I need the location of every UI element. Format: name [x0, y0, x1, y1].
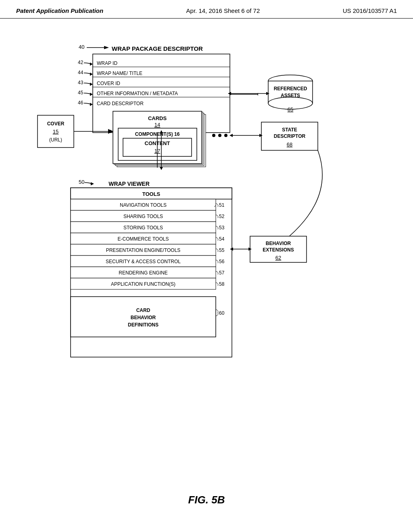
- header-right: US 2016/103577 A1: [343, 7, 397, 14]
- svg-text:40: 40: [79, 44, 84, 50]
- header-left: Patent Application Publication: [16, 7, 103, 14]
- svg-text:WRAP VIEWER: WRAP VIEWER: [108, 181, 150, 187]
- svg-text:58: 58: [219, 281, 225, 287]
- svg-text:PRESENTATION ENGINE/TOOLS: PRESENTATION ENGINE/TOOLS: [106, 247, 181, 253]
- svg-text:APPLICATION FUNCTION(S): APPLICATION FUNCTION(S): [111, 281, 175, 287]
- svg-text:DESCRIPTOR: DESCRIPTOR: [274, 133, 306, 139]
- svg-text:52: 52: [219, 214, 225, 219]
- svg-text:43: 43: [78, 80, 83, 85]
- svg-text:60: 60: [219, 310, 225, 316]
- svg-text:SHARING TOOLS: SHARING TOOLS: [123, 214, 163, 219]
- svg-text:STORING TOOLS: STORING TOOLS: [123, 225, 163, 231]
- svg-text:BEHAVIOR: BEHAVIOR: [266, 241, 291, 246]
- svg-text:44: 44: [78, 70, 83, 75]
- svg-text:TOOLS: TOOLS: [142, 191, 161, 197]
- svg-text:15: 15: [53, 129, 58, 135]
- svg-text:46: 46: [78, 100, 83, 106]
- svg-text:WRAP ID: WRAP ID: [97, 60, 117, 66]
- svg-text:57: 57: [219, 270, 225, 276]
- svg-text:CARDS: CARDS: [148, 115, 167, 121]
- svg-text:14: 14: [154, 122, 160, 128]
- svg-text:56: 56: [219, 259, 225, 264]
- svg-text:BEHAVIOR: BEHAVIOR: [131, 315, 156, 320]
- svg-text:CARD DESCRIPTOR: CARD DESCRIPTOR: [97, 101, 144, 106]
- svg-text:DEFINITIONS: DEFINITIONS: [128, 322, 159, 328]
- svg-text:NAVIGATION TOOLS: NAVIGATION TOOLS: [120, 202, 167, 208]
- fig-label: FIG. 5B: [188, 494, 225, 506]
- svg-point-39: [212, 134, 215, 137]
- svg-text:E-COMMERCE TOOLS: E-COMMERCE TOOLS: [118, 236, 169, 242]
- svg-point-41: [224, 134, 227, 137]
- svg-text:STATE: STATE: [282, 127, 297, 133]
- svg-text:WRAP NAME/ TITLE: WRAP NAME/ TITLE: [97, 71, 142, 76]
- svg-marker-48: [229, 134, 233, 137]
- svg-text:68: 68: [287, 141, 292, 148]
- svg-text:42: 42: [78, 60, 83, 65]
- svg-text:WRAP PACKAGE DESCRIPTOR: WRAP PACKAGE DESCRIPTOR: [112, 45, 203, 52]
- svg-text:53: 53: [219, 225, 225, 231]
- svg-text:54: 54: [219, 236, 225, 242]
- svg-text:ASSETS: ASSETS: [281, 93, 300, 98]
- svg-text:EXTENSIONS: EXTENSIONS: [263, 247, 294, 253]
- svg-text:51: 51: [219, 202, 225, 208]
- svg-text:55: 55: [219, 247, 225, 253]
- svg-text:(URL): (URL): [49, 137, 62, 143]
- svg-text:CARD: CARD: [136, 308, 150, 313]
- svg-text:REFERENCED: REFERENCED: [274, 86, 307, 91]
- svg-text:SECURITY & ACCESS CONTROL: SECURITY & ACCESS CONTROL: [106, 259, 181, 264]
- diagram-area: WRAP PACKAGE DESCRIPTOR 40 42 WRAP ID 44…: [0, 19, 413, 518]
- header-center: Apr. 14, 2016 Sheet 6 of 72: [186, 7, 260, 14]
- svg-text:COVER: COVER: [47, 121, 65, 127]
- svg-text:RENDERING ENGINE: RENDERING ENGINE: [119, 270, 167, 276]
- svg-text:OTHER INFORMATION / METADATA: OTHER INFORMATION / METADATA: [97, 91, 178, 96]
- svg-text:62: 62: [275, 255, 281, 261]
- svg-text:45: 45: [78, 90, 83, 96]
- page-header: Patent Application Publication Apr. 14, …: [0, 0, 413, 19]
- svg-text:50: 50: [79, 179, 84, 185]
- svg-marker-58: [160, 167, 163, 170]
- svg-marker-61: [91, 182, 94, 185]
- svg-point-40: [218, 134, 221, 137]
- svg-text:65: 65: [288, 106, 293, 112]
- svg-text:COVER ID: COVER ID: [97, 81, 120, 86]
- diagram-svg: WRAP PACKAGE DESCRIPTOR 40 42 WRAP ID 44…: [0, 19, 413, 518]
